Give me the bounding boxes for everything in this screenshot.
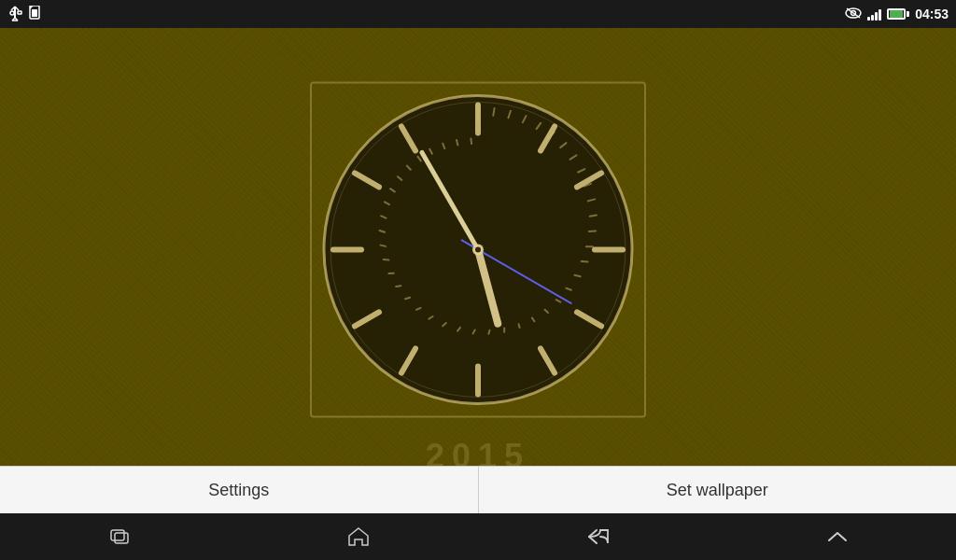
status-time: 04:53 <box>915 7 949 21</box>
svg-line-48 <box>519 324 520 328</box>
svg-line-29 <box>493 108 494 116</box>
usb-icon <box>7 5 22 24</box>
sim-icon <box>28 6 41 23</box>
home-button[interactable] <box>329 519 388 554</box>
svg-line-57 <box>396 286 401 287</box>
svg-rect-77 <box>111 530 124 540</box>
svg-line-71 <box>471 138 471 144</box>
status-left-icons <box>7 5 41 24</box>
back-button[interactable] <box>569 521 628 553</box>
svg-point-76 <box>475 246 481 252</box>
svg-line-40 <box>589 231 596 231</box>
privacy-icon <box>845 7 862 22</box>
bottom-bar: Settings Set wallpaper <box>0 466 956 513</box>
svg-marker-79 <box>349 528 368 545</box>
svg-line-39 <box>590 215 597 216</box>
wallpaper-preview: 2015 <box>0 28 956 485</box>
svg-line-59 <box>384 259 389 260</box>
svg-line-60 <box>381 245 387 246</box>
recents-button[interactable] <box>91 521 148 553</box>
status-right-icons: 04:53 <box>845 7 949 22</box>
svg-point-3 <box>10 11 14 15</box>
battery-icon <box>887 8 909 20</box>
svg-line-50 <box>488 330 489 334</box>
svg-line-42 <box>582 261 588 262</box>
status-bar: 04:53 <box>0 0 956 28</box>
up-chevron-button[interactable] <box>808 522 866 552</box>
svg-rect-4 <box>18 11 21 14</box>
svg-line-43 <box>574 275 580 276</box>
clock-container <box>301 72 655 427</box>
svg-rect-78 <box>115 533 128 543</box>
set-wallpaper-button[interactable]: Set wallpaper <box>479 467 957 513</box>
clock-face <box>301 72 655 427</box>
signal-icon <box>867 7 881 21</box>
nav-bar <box>0 513 956 560</box>
svg-rect-9 <box>32 9 37 17</box>
settings-button[interactable]: Settings <box>0 467 479 513</box>
svg-line-70 <box>457 140 457 146</box>
